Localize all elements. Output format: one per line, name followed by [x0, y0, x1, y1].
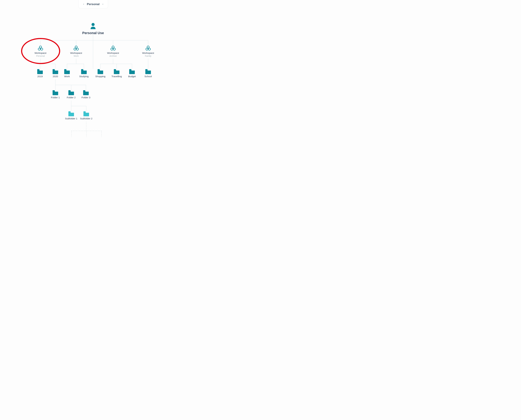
- folder-icon: [83, 90, 89, 95]
- svg-rect-49: [53, 69, 55, 70]
- workspace-subtitle: Work: [74, 55, 79, 57]
- folder-label: 2019: [37, 75, 43, 78]
- folder-studying[interactable]: Studying: [78, 69, 90, 78]
- folder-label: Budget: [128, 75, 136, 78]
- folder-icon: [81, 69, 87, 74]
- svg-point-42: [112, 46, 114, 48]
- workspace-icon: [110, 46, 116, 51]
- folder-2019[interactable]: 2019: [35, 69, 45, 78]
- workspace-title: Workspace: [70, 52, 82, 54]
- folder-label: Studying: [79, 75, 89, 78]
- svg-point-44: [113, 48, 115, 50]
- root-node[interactable]: Personal Use: [87, 23, 99, 35]
- folder-subfolder2[interactable]: Subfolder 2: [79, 111, 93, 120]
- folder-icon: [97, 69, 104, 74]
- svg-rect-51: [81, 69, 83, 70]
- svg-point-41: [76, 48, 78, 50]
- folder-icon: [64, 69, 70, 74]
- tab-dot-right: [102, 4, 103, 5]
- svg-rect-57: [68, 90, 71, 91]
- svg-rect-53: [114, 69, 116, 70]
- folder-label: Folder 3: [82, 96, 91, 99]
- folder-icon: [83, 111, 89, 116]
- folder-school[interactable]: School: [143, 69, 154, 78]
- folder-2020[interactable]: 2020: [51, 69, 60, 78]
- workspace-icon: [73, 46, 79, 51]
- folder-shopping[interactable]: Shopping: [94, 69, 107, 78]
- folder-icon: [113, 69, 120, 74]
- svg-point-40: [74, 48, 76, 50]
- folder-work[interactable]: Work: [62, 69, 72, 78]
- folder-subfolder1[interactable]: Subfolder 1: [64, 111, 78, 120]
- workspace-title: Workspace: [107, 52, 119, 54]
- svg-point-45: [147, 46, 149, 48]
- workspace-title: Workspace: [142, 52, 154, 54]
- folder-icon: [52, 90, 59, 95]
- workspace-subtitle: Personal: [36, 55, 45, 57]
- folder-label: Folder 2: [67, 96, 76, 99]
- svg-point-46: [146, 48, 148, 50]
- root-label: Personal Use: [82, 31, 104, 35]
- tab-personal[interactable]: Personal: [78, 0, 108, 8]
- folder-icon: [145, 69, 151, 74]
- tab-dot-left: [83, 4, 84, 5]
- folder-budget[interactable]: Budget: [127, 69, 137, 78]
- folder-folder2[interactable]: Folder 2: [65, 90, 77, 99]
- svg-rect-58: [83, 90, 85, 91]
- folder-label: School: [144, 75, 152, 78]
- folder-folder3[interactable]: Folder 3: [80, 90, 92, 99]
- folder-label: Folder 1: [51, 96, 60, 99]
- svg-rect-52: [98, 69, 100, 70]
- folder-label: Subfolder 1: [65, 117, 77, 120]
- folder-icon: [52, 69, 59, 74]
- svg-point-35: [91, 23, 95, 26]
- folder-label: 2020: [53, 75, 58, 78]
- folder-icon: [37, 69, 43, 74]
- svg-point-37: [38, 48, 40, 50]
- tab-label: Personal: [87, 2, 99, 6]
- svg-point-39: [75, 46, 77, 48]
- folder-icon: [68, 90, 74, 95]
- svg-point-36: [39, 46, 42, 48]
- folder-label: Work: [64, 75, 70, 78]
- folder-label: Shopping: [95, 75, 106, 78]
- workspace-subtitle: Family: [145, 55, 151, 57]
- folder-folder1[interactable]: Folder 1: [50, 90, 61, 99]
- folder-travelling[interactable]: Travelling: [110, 69, 123, 78]
- folder-icon: [68, 111, 74, 116]
- folder-icon: [129, 69, 135, 74]
- folder-label: Travelling: [112, 75, 122, 78]
- workspace-icon: [38, 46, 43, 51]
- svg-rect-50: [64, 69, 66, 70]
- svg-rect-54: [129, 69, 131, 70]
- workspace-icon: [145, 46, 151, 51]
- user-icon: [90, 23, 96, 30]
- workspace-title: Workspace: [34, 52, 46, 54]
- workspace-subtitle: Archive: [110, 55, 117, 57]
- svg-rect-55: [145, 69, 148, 70]
- svg-rect-59: [68, 111, 71, 112]
- workspace-family[interactable]: Workspace Family: [140, 46, 156, 57]
- svg-point-38: [41, 48, 43, 50]
- workspace-work[interactable]: Workspace Work: [68, 46, 84, 57]
- svg-point-47: [148, 48, 151, 50]
- svg-rect-60: [83, 111, 86, 112]
- workspace-archive[interactable]: Workspace Archive: [105, 46, 121, 57]
- folder-label: Subfolder 2: [80, 117, 92, 120]
- svg-rect-56: [53, 90, 55, 91]
- svg-point-43: [111, 48, 113, 50]
- workspace-personal[interactable]: Workspace Personal: [33, 46, 48, 57]
- svg-rect-48: [37, 69, 39, 70]
